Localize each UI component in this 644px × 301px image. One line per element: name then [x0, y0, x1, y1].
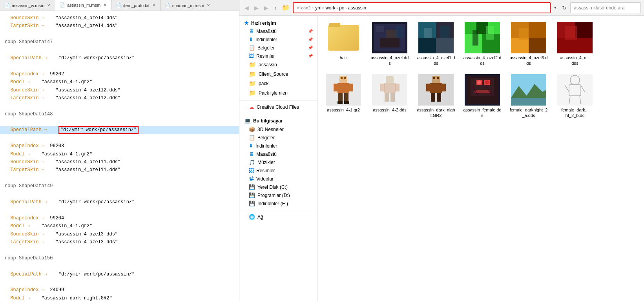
- file-item-assassin4-ozel4[interactable]: assassin_4_o...dds: [553, 20, 597, 69]
- svg-rect-73: [557, 74, 593, 106]
- file-item-assassin4-ozel1[interactable]: assassin_4_ozel1.dds: [414, 20, 458, 69]
- file-item-assassin4-ozel[interactable]: assassin_4_ozel.dds: [368, 20, 411, 69]
- code-line: SourceSkin → "assassin_4_ozel11.dds": [0, 158, 239, 166]
- dds-thumb-dark: [372, 22, 407, 53]
- sidebar-item-desktop-pinned[interactable]: 🖥 Masaüstü 📌: [239, 27, 317, 35]
- code-line: ShapeIndex → 24099: [0, 286, 239, 294]
- code-line: roup ShapeData150: [0, 254, 239, 262]
- folder-yellow-icon: 📁: [249, 61, 256, 68]
- sidebar-quick-access-header[interactable]: ★ Hızlı erişim: [239, 19, 317, 27]
- file-thumbnail: [418, 74, 454, 106]
- sidebar-item-indirilenler[interactable]: ⬇ İndirilenler: [239, 142, 317, 150]
- forward2-button[interactable]: ▶: [262, 4, 270, 12]
- breadcrumb-sep: ›: [336, 5, 338, 10]
- code-line: [0, 190, 239, 198]
- sidebar-item-pictures-pinned[interactable]: 🖼 Resimler 📌: [239, 52, 317, 60]
- tab-assassin-m[interactable]: 📄 assassin_m.msm ✕: [55, 0, 111, 11]
- download-icon: ⬇: [249, 143, 253, 149]
- code-line: TargetSkin → "assassin_4_ozel4.dds": [0, 22, 239, 30]
- code-line: [0, 62, 239, 70]
- sidebar-item-client-source[interactable]: 📁 Client_Source: [239, 69, 317, 79]
- svg-rect-46: [380, 84, 385, 91]
- tab-close-button[interactable]: ✕: [46, 3, 51, 7]
- explorer-body: ★ Hızlı erişim 🖥 Masaüstü 📌 ⬇ İndirilenl…: [239, 16, 644, 301]
- sidebar-item-creative-cloud[interactable]: ☁ Creative Cloud Files: [239, 103, 317, 111]
- refresh-button[interactable]: ↻: [560, 4, 569, 12]
- svg-rect-5: [396, 26, 403, 38]
- code-line: [0, 102, 239, 110]
- sidebar-item-label: pack: [259, 81, 268, 86]
- file-thumbnail: [326, 74, 361, 106]
- address-bar[interactable]: « icon2 › ymir work › pc › assassin: [293, 2, 551, 13]
- sidebar-item-masaustu[interactable]: 🖥 Masaüstü: [239, 150, 317, 158]
- star-icon: ★: [244, 20, 249, 26]
- code-line: [0, 206, 239, 214]
- search-input[interactable]: [570, 2, 641, 13]
- svg-rect-12: [440, 26, 450, 38]
- file-item-assassin4-ozel3[interactable]: assassin_4_ozel3.dds: [507, 20, 550, 69]
- sidebar-item-pack[interactable]: 📁 pack: [239, 79, 317, 88]
- tab-close-button[interactable]: ✕: [151, 3, 156, 7]
- tab-close-button[interactable]: ✕: [102, 3, 107, 7]
- editor-content[interactable]: SourceSkin → "assassin_4_ozel4.dds" Targ…: [0, 11, 239, 301]
- code-line: [0, 246, 239, 254]
- dds-thumb-teal: [418, 22, 454, 53]
- file-item-assassin-dark-night[interactable]: assassin_dark_night.GR2: [414, 72, 458, 121]
- tab-item-proto[interactable]: 📄 item_proto.txt ✕: [111, 0, 161, 11]
- tab-close-button[interactable]: ✕: [206, 3, 211, 7]
- forward-button[interactable]: ▶: [252, 4, 261, 12]
- sidebar-item-videolar[interactable]: 📽 Videolar: [239, 175, 317, 183]
- file-thumbnail: [465, 22, 500, 53]
- sidebar-divider2: [239, 114, 317, 114]
- svg-rect-47: [395, 84, 400, 91]
- breadcrumb-assassin[interactable]: assassin: [348, 5, 367, 11]
- sidebar-item-belgeler[interactable]: 📋 Belgeler: [239, 133, 317, 142]
- sidebar-item-resimler[interactable]: 🖼 Resimler: [239, 166, 317, 175]
- dropdown-button[interactable]: ▾: [552, 4, 558, 11]
- file-item-female-darkknight-2a[interactable]: female_darknight_2_a.dds: [507, 72, 550, 121]
- code-line: [0, 118, 239, 126]
- file-item-female-darkknight-2b[interactable]: female_dark...ht_2_b.dc: [553, 72, 597, 121]
- svg-rect-35: [344, 77, 346, 79]
- sidebar-item-label: İndirilenler (E:): [257, 201, 288, 206]
- tab-label: assassin_w.msm: [12, 3, 44, 8]
- sidebar-item-label: İndirilenler: [255, 143, 277, 149]
- file-item-hair[interactable]: hair: [322, 20, 365, 69]
- image-icon: 🖼: [249, 53, 254, 59]
- sidebar-item-muzikler[interactable]: 🎵 Müzikler: [239, 158, 317, 166]
- up-button[interactable]: ↑: [272, 4, 279, 12]
- sidebar-item-disk-d[interactable]: 💾 Programlar (D:): [239, 191, 317, 199]
- svg-rect-37: [334, 84, 338, 91]
- file-item-assassin4-1-gr2[interactable]: assassin_4-1.gr2: [322, 72, 365, 121]
- sidebar-item-pack-islemleri[interactable]: 📁 Pack işlemleri: [239, 88, 317, 98]
- sidebar-item-3d[interactable]: 📦 3D Nesneler: [239, 125, 317, 133]
- sidebar-item-label: Resimler: [256, 168, 275, 173]
- dds-thumb-face: [465, 74, 500, 106]
- music-icon: 🎵: [249, 159, 255, 165]
- sidebar-item-network[interactable]: 🌐 Ağ: [239, 213, 317, 221]
- sidebar-this-pc-header[interactable]: 💻 Bu bilgisayar: [239, 117, 317, 125]
- file-label: assassin_4-2.dds: [373, 107, 407, 113]
- back-button[interactable]: ◀: [243, 4, 251, 12]
- file-item-assassin4-2-dds[interactable]: assassin_4-2.dds: [368, 72, 411, 121]
- file-item-assassin4-ozel2[interactable]: assassin_4_ozel2.dds: [461, 20, 504, 69]
- dds-thumb-green: [465, 22, 500, 53]
- svg-rect-2: [376, 26, 384, 32]
- sidebar-item-disk-e[interactable]: 💾 İndirilenler (E:): [239, 199, 317, 208]
- file-item-assassin-female[interactable]: assassin_female.dds: [461, 72, 504, 121]
- sidebar-item-disk-c[interactable]: 💾 Yerel Disk (C:): [239, 183, 317, 191]
- tab-assassin-w[interactable]: 📄 assassin_w.msm ✕: [0, 0, 55, 11]
- svg-rect-20: [486, 26, 494, 40]
- sidebar-item-downloads-pinned[interactable]: ⬇ İndirilenler 📌: [239, 35, 317, 44]
- address-sep: ›: [312, 5, 314, 10]
- sidebar-item-documents-pinned[interactable]: 📋 Belgeler 📌: [239, 44, 317, 52]
- code-line: [0, 46, 239, 54]
- file-label: female_darknight_2_a.dds: [509, 107, 548, 119]
- sidebar-item-assassin[interactable]: 📁 assassin: [239, 60, 317, 69]
- breadcrumb-ymirwork[interactable]: ymir work: [315, 5, 335, 11]
- tab-shaman-m[interactable]: 📄 shaman_m.msm ✕: [161, 0, 215, 11]
- sidebar-item-label: Masaüstü: [256, 29, 277, 34]
- svg-rect-45: [384, 83, 396, 93]
- breadcrumb-pc[interactable]: pc: [339, 5, 344, 11]
- sidebar-item-label: Resimler: [256, 53, 275, 59]
